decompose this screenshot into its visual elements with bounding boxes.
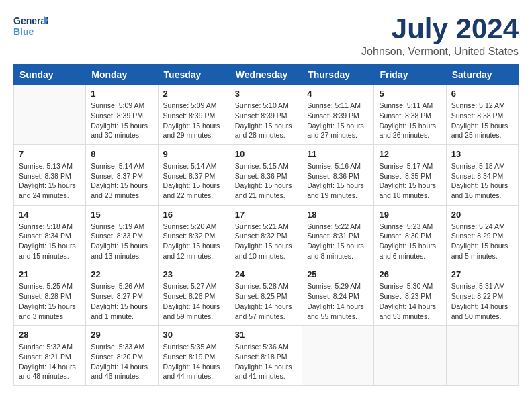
col-monday: Monday xyxy=(86,65,158,85)
day-info: Sunrise: 5:24 AM Sunset: 8:29 PM Dayligh… xyxy=(451,222,513,261)
day-info: Sunrise: 5:20 AM Sunset: 8:32 PM Dayligh… xyxy=(163,222,225,261)
day-info: Sunrise: 5:30 AM Sunset: 8:23 PM Dayligh… xyxy=(379,281,441,321)
day-number: 29 xyxy=(91,330,152,340)
calendar-cell xyxy=(446,326,518,386)
calendar-cell: 31Sunrise: 5:36 AM Sunset: 8:18 PM Dayli… xyxy=(230,326,302,386)
day-info: Sunrise: 5:35 AM Sunset: 8:19 PM Dayligh… xyxy=(163,342,225,381)
calendar-cell: 22Sunrise: 5:26 AM Sunset: 8:27 PM Dayli… xyxy=(86,265,158,326)
day-number: 15 xyxy=(91,210,152,220)
day-info: Sunrise: 5:14 AM Sunset: 8:37 PM Dayligh… xyxy=(91,161,152,201)
calendar-cell: 10Sunrise: 5:15 AM Sunset: 8:36 PM Dayli… xyxy=(230,144,302,205)
day-info: Sunrise: 5:36 AM Sunset: 8:18 PM Dayligh… xyxy=(235,342,297,381)
calendar-cell: 14Sunrise: 5:18 AM Sunset: 8:34 PM Dayli… xyxy=(14,205,86,265)
day-number: 28 xyxy=(19,330,81,340)
day-info: Sunrise: 5:32 AM Sunset: 8:21 PM Dayligh… xyxy=(19,342,81,381)
calendar-cell: 26Sunrise: 5:30 AM Sunset: 8:23 PM Dayli… xyxy=(374,265,446,326)
day-info: Sunrise: 5:17 AM Sunset: 8:35 PM Dayligh… xyxy=(379,161,441,201)
day-number: 5 xyxy=(379,89,441,99)
week-row-2: 7Sunrise: 5:13 AM Sunset: 8:38 PM Daylig… xyxy=(14,144,519,205)
week-row-1: 1Sunrise: 5:09 AM Sunset: 8:39 PM Daylig… xyxy=(14,85,519,145)
calendar-cell: 17Sunrise: 5:21 AM Sunset: 8:32 PM Dayli… xyxy=(230,205,302,265)
calendar-cell xyxy=(374,326,446,386)
col-sunday: Sunday xyxy=(14,65,86,85)
day-number: 26 xyxy=(379,269,441,279)
col-friday: Friday xyxy=(374,65,446,85)
day-number: 10 xyxy=(235,149,297,159)
calendar-cell: 6Sunrise: 5:12 AM Sunset: 8:38 PM Daylig… xyxy=(446,85,518,145)
day-number: 30 xyxy=(163,330,225,340)
day-number: 24 xyxy=(235,269,297,279)
day-number: 12 xyxy=(379,149,441,159)
calendar-cell: 27Sunrise: 5:31 AM Sunset: 8:22 PM Dayli… xyxy=(446,265,518,326)
calendar-header-row: Sunday Monday Tuesday Wednesday Thursday… xyxy=(14,65,519,85)
week-row-4: 21Sunrise: 5:25 AM Sunset: 8:28 PM Dayli… xyxy=(14,265,519,326)
day-info: Sunrise: 5:31 AM Sunset: 8:22 PM Dayligh… xyxy=(451,281,513,321)
day-number: 2 xyxy=(163,89,225,99)
day-number: 8 xyxy=(91,149,152,159)
day-info: Sunrise: 5:21 AM Sunset: 8:32 PM Dayligh… xyxy=(235,222,297,261)
calendar-cell: 25Sunrise: 5:29 AM Sunset: 8:24 PM Dayli… xyxy=(302,265,374,326)
main-title: July 2024 xyxy=(361,13,519,44)
day-number: 27 xyxy=(451,269,513,279)
title-block: July 2024 Johnson, Vermont, United State… xyxy=(361,13,519,58)
day-info: Sunrise: 5:14 AM Sunset: 8:37 PM Dayligh… xyxy=(163,161,225,201)
day-info: Sunrise: 5:11 AM Sunset: 8:38 PM Dayligh… xyxy=(379,101,441,140)
week-row-3: 14Sunrise: 5:18 AM Sunset: 8:34 PM Dayli… xyxy=(14,205,519,265)
calendar-cell: 13Sunrise: 5:18 AM Sunset: 8:34 PM Dayli… xyxy=(446,144,518,205)
day-info: Sunrise: 5:10 AM Sunset: 8:39 PM Dayligh… xyxy=(235,101,297,140)
calendar-cell: 2Sunrise: 5:09 AM Sunset: 8:39 PM Daylig… xyxy=(158,85,230,145)
day-info: Sunrise: 5:22 AM Sunset: 8:31 PM Dayligh… xyxy=(307,222,369,261)
calendar-cell: 12Sunrise: 5:17 AM Sunset: 8:35 PM Dayli… xyxy=(374,144,446,205)
calendar-cell: 4Sunrise: 5:11 AM Sunset: 8:39 PM Daylig… xyxy=(302,85,374,145)
day-number: 7 xyxy=(19,149,81,159)
day-number: 22 xyxy=(91,269,152,279)
day-info: Sunrise: 5:28 AM Sunset: 8:25 PM Dayligh… xyxy=(235,281,297,321)
day-number: 19 xyxy=(379,210,441,220)
day-number: 9 xyxy=(163,149,225,159)
day-number: 23 xyxy=(163,269,225,279)
day-number: 16 xyxy=(163,210,225,220)
col-tuesday: Tuesday xyxy=(158,65,230,85)
calendar-cell xyxy=(14,85,86,145)
calendar-cell: 24Sunrise: 5:28 AM Sunset: 8:25 PM Dayli… xyxy=(230,265,302,326)
day-number: 21 xyxy=(19,269,81,279)
day-info: Sunrise: 5:13 AM Sunset: 8:38 PM Dayligh… xyxy=(19,161,81,201)
calendar-cell: 21Sunrise: 5:25 AM Sunset: 8:28 PM Dayli… xyxy=(14,265,86,326)
calendar-cell: 5Sunrise: 5:11 AM Sunset: 8:38 PM Daylig… xyxy=(374,85,446,145)
calendar-cell: 30Sunrise: 5:35 AM Sunset: 8:19 PM Dayli… xyxy=(158,326,230,386)
calendar-cell: 28Sunrise: 5:32 AM Sunset: 8:21 PM Dayli… xyxy=(14,326,86,386)
day-number: 3 xyxy=(235,89,297,99)
logo-svg: General Blue xyxy=(13,13,48,39)
calendar-cell: 9Sunrise: 5:14 AM Sunset: 8:37 PM Daylig… xyxy=(158,144,230,205)
svg-text:Blue: Blue xyxy=(13,26,34,37)
day-info: Sunrise: 5:27 AM Sunset: 8:26 PM Dayligh… xyxy=(163,281,225,321)
day-number: 20 xyxy=(451,210,513,220)
day-info: Sunrise: 5:25 AM Sunset: 8:28 PM Dayligh… xyxy=(19,281,81,321)
day-number: 4 xyxy=(307,89,369,99)
calendar-cell: 8Sunrise: 5:14 AM Sunset: 8:37 PM Daylig… xyxy=(86,144,158,205)
calendar-cell: 3Sunrise: 5:10 AM Sunset: 8:39 PM Daylig… xyxy=(230,85,302,145)
week-row-5: 28Sunrise: 5:32 AM Sunset: 8:21 PM Dayli… xyxy=(14,326,519,386)
day-info: Sunrise: 5:18 AM Sunset: 8:34 PM Dayligh… xyxy=(19,222,81,261)
day-info: Sunrise: 5:26 AM Sunset: 8:27 PM Dayligh… xyxy=(91,281,152,321)
day-info: Sunrise: 5:29 AM Sunset: 8:24 PM Dayligh… xyxy=(307,281,369,321)
day-info: Sunrise: 5:16 AM Sunset: 8:36 PM Dayligh… xyxy=(307,161,369,201)
calendar-cell xyxy=(302,326,374,386)
day-info: Sunrise: 5:15 AM Sunset: 8:36 PM Dayligh… xyxy=(235,161,297,201)
col-thursday: Thursday xyxy=(302,65,374,85)
subtitle: Johnson, Vermont, United States xyxy=(361,46,519,58)
logo: General Blue xyxy=(13,13,48,39)
calendar-cell: 16Sunrise: 5:20 AM Sunset: 8:32 PM Dayli… xyxy=(158,205,230,265)
calendar-cell: 29Sunrise: 5:33 AM Sunset: 8:20 PM Dayli… xyxy=(86,326,158,386)
day-info: Sunrise: 5:09 AM Sunset: 8:39 PM Dayligh… xyxy=(91,101,152,140)
header: General Blue July 2024 Johnson, Vermont,… xyxy=(13,13,519,58)
day-info: Sunrise: 5:19 AM Sunset: 8:33 PM Dayligh… xyxy=(91,222,152,261)
day-number: 6 xyxy=(451,89,513,99)
day-number: 18 xyxy=(307,210,369,220)
day-info: Sunrise: 5:11 AM Sunset: 8:39 PM Dayligh… xyxy=(307,101,369,140)
calendar-table: Sunday Monday Tuesday Wednesday Thursday… xyxy=(13,64,519,386)
day-number: 11 xyxy=(307,149,369,159)
day-info: Sunrise: 5:18 AM Sunset: 8:34 PM Dayligh… xyxy=(451,161,513,201)
day-number: 14 xyxy=(19,210,81,220)
col-saturday: Saturday xyxy=(446,65,518,85)
